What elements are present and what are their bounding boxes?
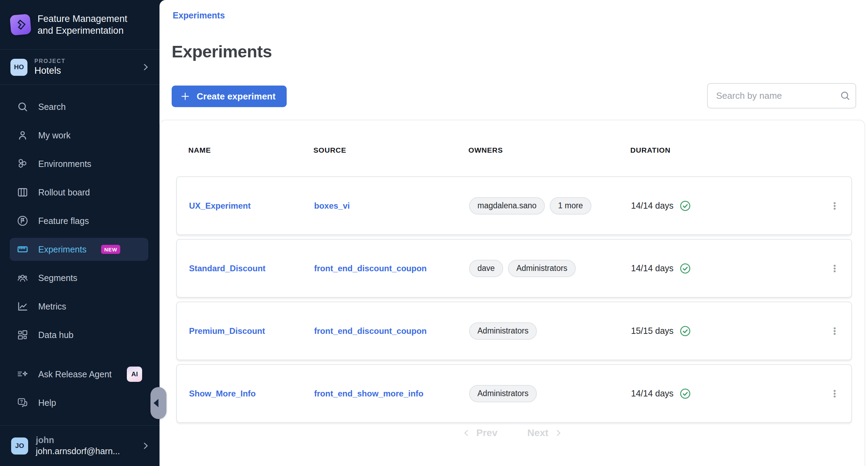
column-source: SOURCE [313, 146, 468, 154]
sidebar-item-metrics[interactable]: Metrics [0, 292, 159, 321]
experiments-table: NAME SOURCE OWNERS DURATION UX_Experimen… [159, 120, 865, 466]
flag-circle-icon [17, 215, 28, 227]
chevron-left-icon [462, 428, 471, 437]
column-owners: OWNERS [468, 146, 630, 154]
create-experiment-button[interactable]: Create experiment [172, 86, 287, 107]
owner-chip: Administrators [508, 260, 576, 277]
experiment-name-link[interactable]: UX_Experiment [189, 201, 251, 210]
duration-text: 14/14 days [631, 263, 673, 273]
source-link[interactable]: front_end_discount_coupon [314, 264, 427, 273]
app-brand: Feature Management and Experimentation [0, 0, 159, 49]
table-row[interactable]: Show_More_Info front_end_show_more_info … [176, 364, 852, 423]
user-name: john [36, 435, 120, 445]
app-title: Feature Management and Experimentation [38, 13, 135, 37]
chart-icon [17, 300, 28, 312]
sparkle-list-icon [17, 368, 28, 380]
status-complete-icon [679, 200, 691, 212]
svg-text:?: ? [20, 399, 23, 404]
user-account[interactable]: JO john john.arnsdorf@harn... [0, 425, 159, 466]
duration-text: 15/15 days [631, 326, 673, 336]
project-label: PROJECT [34, 58, 66, 64]
table-row[interactable]: Premium_Discount front_end_discount_coup… [176, 302, 852, 360]
sidebar-item-data-hub[interactable]: Data hub [0, 321, 159, 349]
next-button[interactable]: Next [527, 427, 563, 439]
search-input[interactable] [707, 83, 856, 109]
ai-badge: AI [127, 367, 142, 382]
search-icon [17, 101, 28, 113]
owner-chip: Administrators [469, 322, 537, 340]
project-badge: HO [10, 59, 27, 76]
owner-chip: magdalena.sano [469, 197, 545, 215]
sidebar-item-ask-release-agent[interactable]: Ask Release Agent AI [0, 360, 159, 388]
experiment-name-link[interactable]: Show_More_Info [189, 389, 256, 398]
sidebar-nav: Search My work Environments Rollout boar… [0, 93, 159, 417]
column-duration: DURATION [630, 146, 841, 154]
user-icon [17, 129, 28, 141]
plus-icon [180, 91, 190, 102]
row-menu-button[interactable] [826, 195, 843, 217]
grid-icon [17, 329, 28, 341]
status-complete-icon [679, 387, 691, 400]
experiments-rows: UX_Experiment boxes_vi magdalena.sano1 m… [176, 176, 852, 423]
owner-chip: dave [469, 260, 503, 277]
sidebar-item-environments[interactable]: Environments [0, 150, 159, 178]
main-panel: Experiments Experiments Create experimen… [159, 0, 868, 466]
source-link[interactable]: front_end_show_more_info [314, 389, 424, 398]
sidebar-collapse-handle[interactable] [150, 387, 166, 419]
table-header: NAME SOURCE OWNERS DURATION [188, 146, 841, 154]
people-icon [17, 272, 28, 284]
owner-chip: Administrators [469, 385, 537, 402]
search-icon [840, 90, 851, 101]
experiment-name-link[interactable]: Standard_Discount [189, 264, 265, 273]
sidebar-item-help[interactable]: ? Help [0, 388, 159, 417]
chevron-right-icon [141, 441, 150, 451]
source-link[interactable]: front_end_discount_coupon [314, 326, 427, 336]
sidebar-item-rollout-board[interactable]: Rollout board [0, 178, 159, 207]
sidebar-item-my-work[interactable]: My work [0, 121, 159, 150]
chevron-right-icon [141, 62, 150, 72]
owners-cell: magdalena.sano1 more [469, 197, 631, 215]
page-title: Experiments [172, 42, 272, 61]
help-bubble-icon: ? [17, 397, 28, 409]
duration-text: 14/14 days [631, 388, 673, 399]
sidebar-item-experiments[interactable]: Experiments NEW [0, 235, 159, 264]
table-row[interactable]: UX_Experiment boxes_vi magdalena.sano1 m… [176, 176, 852, 235]
source-link[interactable]: boxes_vi [314, 201, 350, 210]
app-logo-icon [10, 14, 32, 36]
duration-text: 14/14 days [631, 201, 673, 211]
experiment-name-link[interactable]: Premium_Discount [189, 326, 265, 336]
new-badge: NEW [101, 245, 120, 254]
owner-chip: 1 more [550, 197, 591, 215]
status-complete-icon [679, 262, 691, 275]
owners-cell: Administrators [469, 322, 631, 340]
status-complete-icon [679, 325, 691, 337]
sidebar-item-segments[interactable]: Segments [0, 264, 159, 292]
chevron-right-icon [554, 428, 563, 437]
ruler-icon [17, 243, 28, 255]
owners-cell: daveAdministrators [469, 260, 631, 277]
project-name: Hotels [34, 65, 66, 76]
prev-button[interactable]: Prev [462, 427, 498, 439]
columns-icon [17, 186, 28, 198]
project-selector[interactable]: HO PROJECT Hotels [0, 49, 159, 85]
sidebar-item-search[interactable]: Search [0, 93, 159, 121]
avatar: JO [11, 437, 28, 455]
sidebar: Feature Management and Experimentation H… [0, 0, 159, 466]
collapse-left-icon [154, 399, 158, 407]
user-email: john.arnsdorf@harn... [36, 445, 120, 457]
row-menu-button[interactable] [826, 257, 843, 280]
row-menu-button[interactable] [826, 320, 843, 342]
table-row[interactable]: Standard_Discount front_end_discount_cou… [176, 239, 852, 298]
hexagons-icon [17, 158, 28, 170]
sidebar-item-feature-flags[interactable]: Feature flags [0, 207, 159, 235]
owners-cell: Administrators [469, 385, 631, 402]
row-menu-button[interactable] [826, 383, 843, 405]
pagination: Prev Next [160, 427, 865, 439]
column-name: NAME [188, 146, 313, 154]
breadcrumb[interactable]: Experiments [173, 10, 225, 21]
